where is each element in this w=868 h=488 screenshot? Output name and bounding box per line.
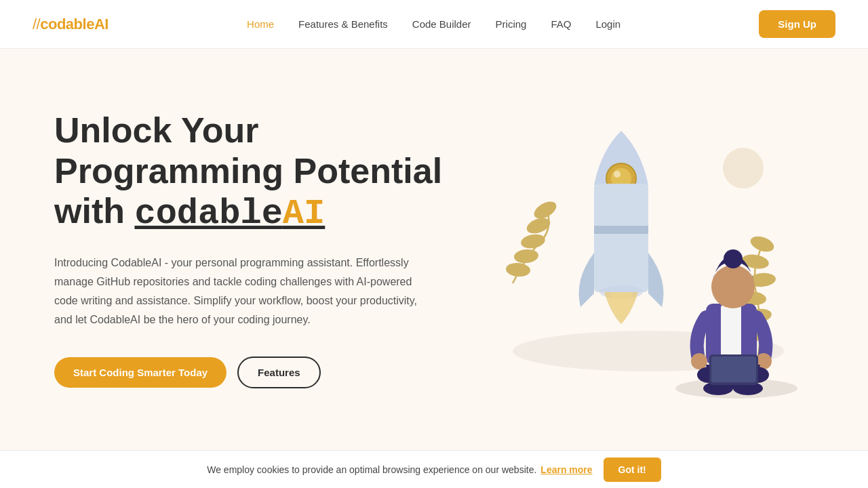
svg-point-21 <box>711 265 755 308</box>
svg-point-4 <box>513 248 539 264</box>
svg-point-23 <box>691 353 707 369</box>
hero-heading-line1: Unlock Your <box>54 110 258 150</box>
navbar: //codableAI Home Features & Benefits Cod… <box>0 0 868 49</box>
svg-point-3 <box>520 232 547 250</box>
hero-description: Introducing CodableAI - your personal pr… <box>54 253 434 329</box>
nav-item-login[interactable]: Login <box>595 18 620 30</box>
features-button[interactable]: Features <box>237 357 321 388</box>
svg-point-8 <box>614 171 620 178</box>
hero-heading: Unlock Your Programming Potential with c… <box>54 110 472 235</box>
illustration-container <box>472 94 825 405</box>
start-coding-button[interactable]: Start Coding Smarter Today <box>54 357 226 388</box>
hero-heading-line2: Programming Potential <box>54 151 442 190</box>
hero-brand-ai: AI <box>283 194 325 234</box>
nav-link-login[interactable]: Login <box>595 18 620 30</box>
cookie-banner: We employ cookies to provide an optimal … <box>0 450 868 488</box>
logo-slash: // <box>33 16 40 33</box>
cookie-learn-more[interactable]: Learn more <box>540 464 592 475</box>
nav-link-home[interactable]: Home <box>247 18 274 30</box>
svg-point-5 <box>505 262 531 277</box>
cookie-got-it-button[interactable]: Got it! <box>604 458 661 482</box>
logo-ai: AI <box>94 16 108 33</box>
cookie-message: We employ cookies to provide an optimal … <box>207 464 536 475</box>
nav-link-pricing[interactable]: Pricing <box>496 18 527 30</box>
hero-text: Unlock Your Programming Potential with c… <box>54 110 472 388</box>
hero-buttons: Start Coding Smarter Today Features <box>54 357 472 388</box>
hero-brand-codable: codable <box>134 194 282 234</box>
svg-point-31 <box>723 148 764 188</box>
svg-point-12 <box>749 233 776 254</box>
nav-item-faq[interactable]: FAQ <box>551 18 571 30</box>
logo: //codableAI <box>33 16 108 33</box>
hero-section: Unlock Your Programming Potential with c… <box>0 49 868 450</box>
nav-link-codebuilder[interactable]: Code Builder <box>412 18 471 30</box>
hero-heading-line3-prefix: with <box>54 191 134 230</box>
nav-item-codebuilder[interactable]: Code Builder <box>412 18 471 30</box>
hero-svg <box>472 94 825 405</box>
hero-illustration <box>472 87 825 412</box>
nav-item-pricing[interactable]: Pricing <box>496 18 527 30</box>
svg-point-13 <box>741 253 770 271</box>
svg-rect-9 <box>594 184 648 292</box>
svg-rect-11 <box>594 226 648 234</box>
nav-link-features[interactable]: Features & Benefits <box>298 18 388 30</box>
signup-button[interactable]: Sign Up <box>759 10 835 38</box>
logo-codable: codable <box>40 16 94 33</box>
hero-brand: codableAI <box>134 194 325 234</box>
nav-link-faq[interactable]: FAQ <box>551 18 571 30</box>
cookie-text: We employ cookies to provide an optimal … <box>207 464 592 475</box>
svg-rect-30 <box>711 357 756 382</box>
nav-links: Home Features & Benefits Code Builder Pr… <box>247 18 620 30</box>
nav-item-features[interactable]: Features & Benefits <box>298 18 388 30</box>
svg-point-22 <box>724 249 743 268</box>
nav-item-home[interactable]: Home <box>247 18 274 30</box>
